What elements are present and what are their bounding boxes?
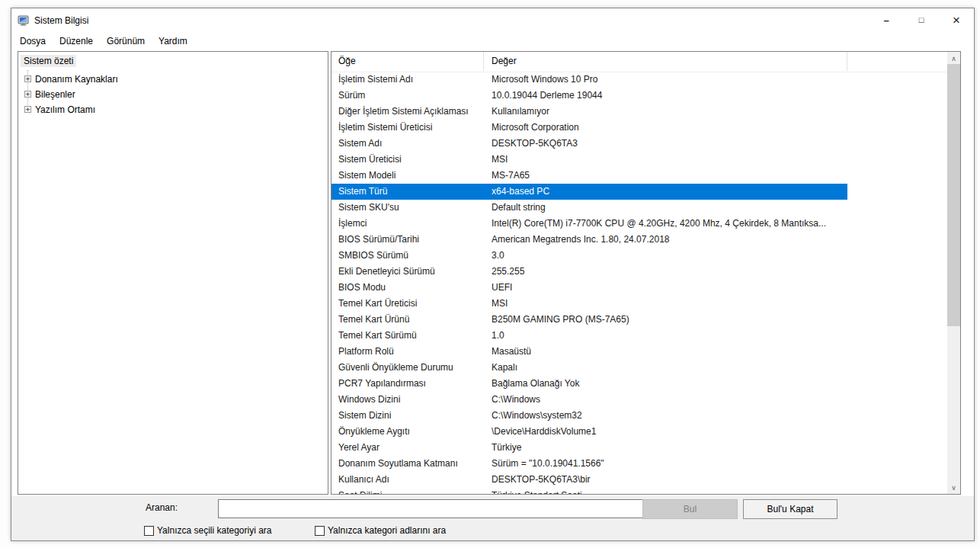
tree-items: Donanım Kaynakları Bileşenler Yazılım Or… [18,72,328,117]
table-row[interactable]: SMBIOS Sürümü 3.0 [331,248,947,264]
menubar: Dosya Düzenle Görünüm Yardım [13,33,194,50]
row-item-cell: Yerel Ayar [338,440,482,456]
find-bar: Aranan: Bul Bul'u Kapat Yalnızca seçili … [11,496,974,540]
menu-item[interactable]: Dosya [13,33,53,50]
row-value-cell: x64-based PC [492,184,846,200]
system-info-window: Sistem Bilgisi – □ × Dosya Düzenle Görün… [11,8,975,541]
menu-item[interactable]: Görünüm [100,33,152,50]
column-header-item[interactable]: Öğe [331,52,484,71]
table-row[interactable]: Güvenli Önyükleme Durumu Kapalı [331,360,947,376]
table-row[interactable]: Donanım Soyutlama Katmanı Sürüm = "10.0.… [331,456,947,472]
table-row[interactable]: Temel Kart Sürümü 1.0 [331,328,947,344]
row-value-cell: Türkiye Standart Saati [492,488,846,494]
row-value-cell: Kullanılamıyor [492,104,846,120]
table-row[interactable]: Diğer İşletim Sistemi Açıklaması Kullanı… [331,104,947,120]
window-controls: – □ × [869,8,974,31]
table-row[interactable]: Sistem SKU'su Default string [331,200,947,216]
table-row[interactable]: Kullanıcı Adı DESKTOP-5KQ6TA3\bir [331,472,947,488]
row-value-cell: \Device\HarddiskVolume1 [492,424,846,440]
table-row[interactable]: Sürüm 10.0.19044 Derleme 19044 [331,88,947,104]
table-row[interactable]: BIOS Modu UEFI [331,280,947,296]
table-row[interactable]: İşlemci Intel(R) Core(TM) i7-7700K CPU @… [331,216,947,232]
maximize-button[interactable]: □ [904,8,939,31]
row-item-cell: BIOS Modu [338,280,482,296]
table-row[interactable]: Windows Dizini C:\Windows [331,392,947,408]
table-row[interactable]: Sistem Adı DESKTOP-5KQ6TA3 [331,136,947,152]
checkbox-unchecked-icon[interactable] [315,526,325,536]
search-selected-category-checkbox[interactable]: Yalnızca seçili kategoriyi ara [144,524,272,537]
row-value-cell: 3.0 [492,248,846,264]
table-row[interactable]: Saat Dilimi Türkiye Standart Saati [331,488,947,494]
row-item-cell: PCR7 Yapılandırması [338,376,482,392]
menu-item[interactable]: Yardım [152,33,194,50]
expand-icon[interactable] [24,106,31,113]
row-value-cell: American Megatrends Inc. 1.80, 24.07.201… [492,232,846,248]
row-value-cell: MSI [492,296,846,312]
row-item-cell: Sistem Adı [338,136,482,152]
column-header-value[interactable]: Değer [484,52,847,71]
vertical-scrollbar[interactable]: ∧ ∨ [947,52,960,494]
scroll-down-icon: ∨ [951,484,956,492]
expand-icon[interactable] [24,91,31,98]
table-row[interactable]: Temel Kart Üreticisi MSI [331,296,947,312]
row-item-cell: İşletim Sistemi Adı [338,72,482,88]
row-value-cell: Intel(R) Core(TM) i7-7700K CPU @ 4.20GHz… [492,216,846,232]
tree-item-label: Yazılım Ortamı [35,104,95,115]
search-input[interactable] [218,499,644,518]
close-find-button[interactable]: Bul'u Kapat [743,499,837,519]
scroll-up-button[interactable]: ∧ [947,52,960,65]
tree-item-system-summary[interactable]: Sistem özeti [21,55,76,67]
row-item-cell: Windows Dizini [338,392,482,408]
row-item-cell: Saat Dilimi [338,488,482,494]
close-button[interactable]: × [939,8,974,31]
table-row[interactable]: BIOS Sürümü/Tarihi American Megatrends I… [331,232,947,248]
row-value-cell: MSI [492,152,846,168]
row-value-cell: Bağlama Olanağı Yok [492,376,846,392]
row-item-cell: İşletim Sistemi Üreticisi [338,120,482,136]
checkbox-unchecked-icon[interactable] [144,526,154,536]
table-row[interactable]: Önyükleme Aygıtı \Device\HarddiskVolume1 [331,424,947,440]
scrollbar-thumb[interactable] [947,64,960,326]
row-item-cell: Ekli Denetleyici Sürümü [338,264,482,280]
tree-item[interactable]: Bileşenler [18,87,328,102]
table-row[interactable]: İşletim Sistemi Adı Microsoft Windows 10… [331,72,947,88]
tree-item[interactable]: Yazılım Ortamı [18,102,328,117]
scroll-down-button[interactable]: ∨ [947,481,960,494]
row-value-cell: 255.255 [492,264,846,280]
row-value-cell: DESKTOP-5KQ6TA3\bir [492,472,846,488]
table-row[interactable]: Sistem Türü x64-based PC [331,184,947,200]
row-value-cell: Kapalı [492,360,846,376]
find-button[interactable]: Bul [642,499,738,519]
minimize-button[interactable]: – [869,8,904,31]
row-value-cell: 10.0.19044 Derleme 19044 [492,88,846,104]
table-row[interactable]: Sistem Üreticisi MSI [331,152,947,168]
table-row[interactable]: İşletim Sistemi Üreticisi Microsoft Corp… [331,120,947,136]
table-row[interactable]: Temel Kart Ürünü B250M GAMING PRO (MS-7A… [331,312,947,328]
search-label: Aranan: [146,502,178,513]
row-item-cell: Sistem Üreticisi [338,152,482,168]
details-header: Öğe Değer [331,52,947,72]
checkbox-label: Yalnızca kategori adlarını ara [328,525,446,536]
table-row[interactable]: Sistem Modeli MS-7A65 [331,168,947,184]
menu-item[interactable]: Düzenle [53,33,100,50]
row-item-cell: İşlemci [338,216,482,232]
tree-item[interactable]: Donanım Kaynakları [18,72,328,87]
table-row[interactable]: Yerel Ayar Türkiye [331,440,947,456]
row-item-cell: Diğer İşletim Sistemi Açıklaması [338,104,482,120]
table-row[interactable]: PCR7 Yapılandırması Bağlama Olanağı Yok [331,376,947,392]
row-value-cell: Masaüstü [492,344,846,360]
row-item-cell: Platform Rolü [338,344,482,360]
row-value-cell: B250M GAMING PRO (MS-7A65) [492,312,846,328]
search-category-names-checkbox[interactable]: Yalnızca kategori adlarını ara [315,524,446,537]
expand-icon[interactable] [24,75,31,82]
minimize-icon: – [883,14,889,26]
row-value-cell: MS-7A65 [492,168,846,184]
row-item-cell: Sürüm [338,88,482,104]
table-row[interactable]: Ekli Denetleyici Sürümü 255.255 [331,264,947,280]
table-row[interactable]: Sistem Dizini C:\Windows\system32 [331,408,947,424]
window-title: Sistem Bilgisi [34,8,88,33]
row-item-cell: Kullanıcı Adı [338,472,482,488]
details-panel: Öğe Değer İşletim Sistemi Adı Microsoft … [331,51,961,495]
scroll-up-icon: ∧ [951,55,956,62]
table-row[interactable]: Platform Rolü Masaüstü [331,344,947,360]
